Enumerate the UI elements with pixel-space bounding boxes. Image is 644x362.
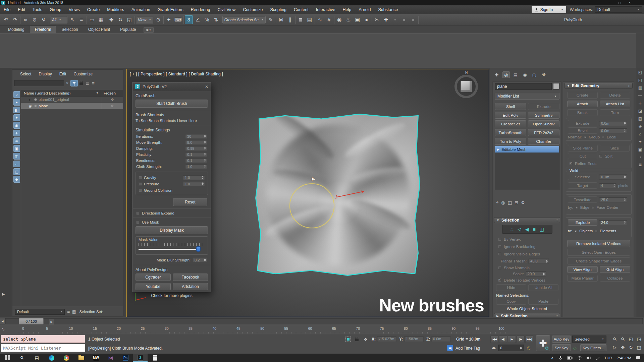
viewport-layout2-icon[interactable]: ◱ [638, 78, 642, 82]
param-value-field[interactable]: 0.1 [185, 152, 207, 157]
weld-target-field[interactable]: 4 [599, 183, 616, 188]
spinner-icon[interactable] [203, 165, 206, 168]
modifier-list-dropdown[interactable]: Modifier List▼ [495, 93, 559, 100]
orbit-icon[interactable]: ↻ [627, 344, 635, 351]
extrude-field[interactable]: 0.0m [599, 121, 627, 126]
modifier-button[interactable]: Edit Poly [495, 112, 526, 119]
sign-in-button[interactable]: Sign In ▼ [532, 6, 566, 13]
modifier-button[interactable]: FFD 2x2x2 [528, 129, 559, 136]
weld-selected-button[interactable]: Selected [568, 174, 597, 180]
explode-button[interactable]: Explode [568, 219, 597, 226]
z-coordinate-field[interactable]: 0.0m [431, 336, 451, 342]
hierarchy-view-icon[interactable]: ≣ [86, 81, 89, 86]
file-explorer-icon[interactable] [74, 354, 89, 362]
viewport-layout-icon[interactable]: ◰ [638, 70, 642, 75]
dock-icon-1[interactable]: ✛ [638, 101, 642, 106]
divider[interactable]: ▼ [20, 16, 20, 24]
motion-tab-icon[interactable]: ◉ [521, 71, 529, 78]
dock-icon-4[interactable]: ◈ [639, 124, 642, 129]
current-frame-field[interactable]: 0 [498, 345, 524, 351]
display-xrefs-icon[interactable]: ◫ [13, 153, 20, 160]
menubar-item[interactable]: Create [84, 7, 104, 12]
edge-mode-icon[interactable]: ◁ [518, 227, 521, 232]
param-value-field[interactable]: 1.0 [185, 164, 207, 169]
menubar-item[interactable]: Edit [14, 7, 29, 12]
flat-list-icon[interactable]: ≡ [92, 81, 95, 86]
split-checkbox[interactable] [599, 155, 602, 158]
checkbox[interactable] [139, 189, 142, 192]
cut-button[interactable]: Cut [568, 153, 597, 159]
maxscript-mini-listener[interactable]: MAXScript Mini Listener [1, 344, 85, 352]
ribbon-tab[interactable]: Selection [57, 26, 83, 33]
polygon-mode-icon[interactable]: ■ [533, 227, 535, 232]
face-mode-icon[interactable]: ◀ [525, 227, 529, 232]
move-icon[interactable]: ✥▼ [107, 15, 115, 24]
rect-select-icon[interactable]: ▭▼ [88, 15, 96, 24]
polycloth-cut-icon[interactable]: ✂▼ [373, 15, 381, 24]
expand-panel-icon[interactable]: ▶ [2, 292, 5, 296]
object-name-field[interactable]: plane [495, 83, 552, 90]
collapse-button[interactable]: Collapse [600, 275, 630, 282]
display-geometry-icon[interactable]: ● [13, 99, 20, 106]
crossing-select-icon[interactable]: ▦▼ [97, 15, 105, 24]
use-mask-checkbox[interactable] [136, 221, 140, 224]
edit-geometry-rollout-header[interactable]: ▼Edit Geometry∷ [565, 83, 633, 89]
zoom-extents-all-icon[interactable]: ◳ [635, 335, 643, 343]
close-button[interactable]: ✕ [625, 0, 635, 5]
clock[interactable]: 7:46 PM [617, 356, 631, 360]
weld-threshold-field[interactable]: 0.1m [599, 174, 627, 180]
table-row[interactable]: ●plane001_original ✥ [21, 97, 123, 103]
menubar-item[interactable]: Group [46, 7, 65, 12]
slice-button[interactable]: Slice [600, 145, 630, 152]
explorer-preset-dropdown[interactable]: Default▼ [15, 309, 65, 315]
key-filters-button[interactable]: Key Filters... [580, 344, 606, 351]
go-to-start-icon[interactable]: |◀◀ [490, 336, 498, 343]
display-mask-button[interactable]: Display Mask [136, 226, 208, 234]
key-mode-toggle-icon[interactable]: ◀▶ [490, 345, 497, 351]
grid-align-button[interactable]: Grid Align [600, 266, 630, 273]
create-tab-icon[interactable]: ✚ [493, 71, 500, 78]
edit-named-selections-icon[interactable]: ✎▼ [267, 15, 275, 24]
mw-app-icon[interactable]: MW [89, 354, 103, 362]
checkbox[interactable] [139, 176, 142, 179]
modifier-button[interactable]: CreaseSet [495, 120, 526, 127]
layer-manager-icon[interactable]: ≣▼ [297, 15, 305, 24]
divider[interactable]: ▼ [315, 16, 315, 24]
cgtrader-button[interactable]: Cgtrader [136, 274, 171, 281]
by-edge-radio[interactable] [575, 206, 578, 209]
minimize-button[interactable]: – [604, 0, 614, 5]
create-button[interactable]: Create [567, 92, 598, 99]
dialog-title-bar[interactable]: 3 PolyCloth V2 ✕ [133, 82, 211, 91]
divider[interactable]: ▼ [135, 16, 135, 24]
bevel-button[interactable]: Bevel [568, 127, 597, 134]
maxscript-command-line[interactable]: select $plane [1, 335, 85, 343]
scale-icon[interactable]: ◱▼ [125, 15, 133, 24]
schematic-view-icon[interactable]: #▼ [325, 15, 333, 24]
divider[interactable]: ▼ [163, 16, 164, 24]
mask-value-slider[interactable] [139, 246, 205, 252]
menubar-item[interactable]: Graph Editors [154, 7, 187, 12]
weld-target-button[interactable]: Target [568, 182, 597, 189]
menubar-item[interactable]: Help [339, 7, 355, 12]
display-bones-icon[interactable]: ⌐ [13, 161, 20, 167]
artstation-button[interactable]: Artstation [173, 283, 208, 290]
dock-icon-9[interactable]: ≣ [638, 163, 642, 167]
normal-local-radio[interactable] [602, 136, 605, 139]
toggle-value-field[interactable]: 1.0 [183, 181, 205, 186]
spinner-icon[interactable] [201, 176, 204, 179]
ribbon-overflow-icon[interactable]: ▣ ▾ [144, 27, 154, 33]
param-value-field[interactable]: 0.95 [185, 146, 207, 151]
spinner-icon[interactable] [203, 159, 206, 162]
hierarchy-tab-icon[interactable]: ▤ [512, 71, 519, 78]
display-cameras-icon[interactable]: ◉ [13, 122, 20, 129]
action-center-icon[interactable] [636, 356, 641, 360]
select-manipulate-icon[interactable]: ✦▼ [165, 15, 173, 24]
undo-icon[interactable]: ↶▼ [2, 15, 10, 24]
menubar-item[interactable]: Customize [239, 7, 266, 12]
previous-frame-arrow[interactable]: ◀ [0, 318, 5, 324]
utilities-tab-icon[interactable]: ⚒ [540, 71, 547, 78]
render-setup-icon[interactable]: ♨▼ [344, 15, 353, 24]
pen-icon[interactable] [596, 356, 600, 360]
y-coordinate-field[interactable]: 1.582m [404, 336, 424, 342]
refine-ends-checkbox[interactable] [569, 162, 573, 165]
